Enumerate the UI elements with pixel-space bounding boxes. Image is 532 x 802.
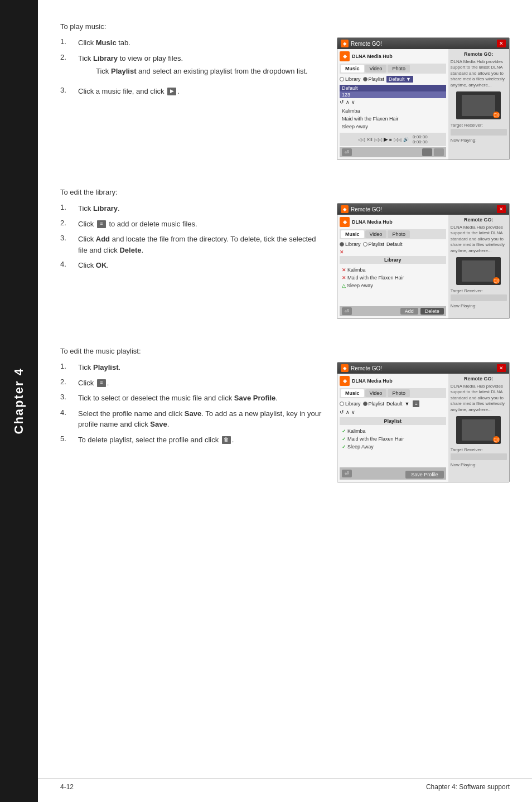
control-icons-3: ↺ ∧ ∨ — [340, 409, 446, 415]
chapter-label: Chapter 4 — [12, 368, 26, 434]
back-button-3[interactable]: ⏎ — [342, 470, 352, 477]
mockup2-bottom: ⏎ Add Delete — [340, 306, 446, 316]
mockup2-left: ◈ DLNA Media Hub Music Video Photo — [337, 215, 448, 318]
song-sleep[interactable]: Sleep Away — [340, 123, 446, 131]
close-button[interactable]: ✕ — [497, 40, 506, 47]
tab-music-3[interactable]: Music — [341, 389, 364, 397]
close-button-2[interactable]: ✕ — [497, 205, 506, 213]
song-maid-3[interactable]: ✓Maid with the Flaxen Hair — [340, 435, 446, 443]
song-sleep-2[interactable]: △Sleep Away — [340, 282, 446, 289]
dlna-label-2: DLNA Media Hub — [352, 219, 393, 225]
tv-image-3: )))) — [456, 416, 501, 444]
section3-title: To edit the music playlist: — [60, 347, 510, 355]
step3-3: 3. Tick to select or deselect the music … — [60, 393, 326, 404]
section3-list: 1. Tick Playlist. 2. Click ≡. 3. Tick to… — [60, 362, 326, 445]
tab-photo[interactable]: Photo — [388, 65, 410, 73]
down-icon[interactable]: ∨ — [351, 99, 355, 105]
playlist-radio-2[interactable]: Playlist — [363, 241, 385, 247]
section1-list: 1. Click Music tab. 2. Tick Library to v… — [60, 37, 326, 96]
playlist-heading: Playlist — [340, 417, 446, 425]
dlna-icon-3: ◈ — [340, 376, 350, 386]
main-content: To play music: 1. Click Music tab. 2. Ti… — [38, 0, 532, 802]
mockup1-bottom: ⏎ — [340, 147, 446, 157]
song-sleep-3[interactable]: ✓Sleep Away — [340, 443, 446, 451]
mockup2: ◈ Remote GO! ✕ ◈ DLNA Media Hub M — [337, 203, 510, 319]
wifi-indicator-2: )))) — [493, 277, 500, 284]
mockup2-songs: ✕Kalimba ✕Maid with the Flaxen Hair △Sle… — [340, 266, 446, 289]
now-playing-label: Now Playing: — [451, 138, 507, 143]
step3-2: 2. Click ≡. — [60, 378, 326, 389]
song-kalimba-3[interactable]: ✓Kalimba — [340, 427, 446, 435]
page-footer: 4-12 Chapter 4: Software support — [38, 778, 532, 791]
add-button[interactable]: Add — [400, 308, 418, 315]
edit-icon-3[interactable]: ≡ — [97, 379, 106, 387]
tv-screen-3 — [462, 419, 495, 441]
list-icon[interactable] — [434, 148, 444, 156]
grid-icon[interactable] — [422, 148, 432, 156]
dropdown-arrow-3[interactable]: ▼ — [405, 401, 410, 407]
tv-image: )))) — [456, 91, 501, 119]
library-radio-3[interactable]: Library — [340, 401, 361, 407]
playlist-radio-3[interactable]: Playlist — [363, 401, 385, 407]
receiver-box-3 — [451, 453, 507, 460]
edit-icon-2[interactable]: ≡ — [97, 220, 106, 228]
song-maid-2[interactable]: ✕Maid with the Flaxen Hair — [340, 274, 446, 282]
mockup3-left: ◈ DLNA Media Hub Music Video Photo — [337, 374, 448, 482]
section1-title: To play music: — [60, 22, 510, 31]
mockup3-titlebar: ◈ Remote GO! ✕ — [337, 363, 509, 374]
song-kalimba-2[interactable]: ✕Kalimba — [340, 266, 446, 274]
library-radio-dot — [340, 77, 344, 81]
tab-video-2[interactable]: Video — [365, 230, 387, 238]
chapter-footer-label: Chapter 4: Software support — [426, 783, 510, 791]
app-icon-2: ◈ — [341, 205, 349, 213]
playback-time: 0:00:000:00:00 — [413, 134, 428, 144]
song-kalimba[interactable]: Kalimba — [340, 107, 446, 115]
playlist-radio[interactable]: Playlist — [363, 76, 385, 82]
edit-playlist-icon[interactable]: ≡ — [413, 400, 419, 407]
app-icon-3: ◈ — [341, 364, 349, 372]
step2-3: 3. Click Add and locate the file from th… — [60, 234, 326, 255]
wifi-indicator-3: )))) — [493, 436, 500, 443]
mockup2-title: Remote GO! — [351, 206, 382, 212]
section-edit-playlist: To edit the music playlist: 1. Tick Play… — [60, 347, 510, 482]
mockup3: ◈ Remote GO! ✕ ◈ DLNA Media Hub M — [337, 362, 510, 482]
down-icon-3[interactable]: ∨ — [351, 409, 355, 415]
song-maid[interactable]: Maid with the Flaxen Hair — [340, 115, 446, 123]
up-icon[interactable]: ∧ — [346, 99, 350, 105]
save-profile-button[interactable]: Save Profile — [405, 471, 444, 479]
section2-screenshot: ◈ Remote GO! ✕ ◈ DLNA Media Hub M — [337, 203, 510, 319]
step3-5: 5. To delete playlist, select the profil… — [60, 434, 326, 446]
tab-music[interactable]: Music — [341, 65, 364, 73]
mockup2-tabs: Music Video Photo — [340, 229, 446, 239]
receiver-box — [451, 129, 507, 136]
library-radio-2[interactable]: Library — [340, 241, 361, 247]
tv-image-2: )))) — [456, 257, 501, 285]
library-radio[interactable]: Library — [340, 76, 361, 82]
back-button-2[interactable]: ⏎ — [342, 307, 352, 315]
play-button[interactable]: ▶ — [384, 137, 388, 142]
dlna-label: DLNA Media Hub — [352, 54, 393, 59]
tab-photo-2[interactable]: Photo — [388, 230, 410, 238]
tab-photo-3[interactable]: Photo — [388, 389, 410, 397]
mockup1-left: ◈ DLNA Media Hub Music Video Photo — [337, 49, 448, 160]
dlna-label-3: DLNA Media Hub — [352, 378, 393, 384]
dropdown-123[interactable]: 123 — [340, 91, 446, 98]
step3-4: 4. Select the profile name and click Sav… — [60, 408, 326, 430]
refresh-icon-3[interactable]: ↺ — [340, 409, 344, 415]
playlist-dropdown[interactable]: Default ▼ — [386, 76, 413, 83]
dropdown-default[interactable]: Default — [340, 85, 446, 91]
up-icon-3[interactable]: ∧ — [346, 409, 350, 415]
tab-video-3[interactable]: Video — [365, 389, 387, 397]
back-button[interactable]: ⏎ — [342, 148, 352, 156]
mockup1: ◈ Remote GO! ✕ ◈ DLNA Media Hub — [337, 37, 510, 160]
close-button-3[interactable]: ✕ — [497, 364, 506, 372]
playlist-radio-dot — [363, 77, 367, 81]
tab-music-2[interactable]: Music — [341, 230, 364, 238]
section3-content: 1. Tick Playlist. 2. Click ≡. 3. Tick to… — [60, 362, 510, 482]
refresh-icon[interactable]: ↺ — [340, 99, 344, 105]
dropdown-open: Default 123 — [340, 85, 446, 98]
trash-icon[interactable]: 🗑 — [222, 436, 231, 444]
delete-button[interactable]: Delete — [420, 308, 444, 315]
tab-video[interactable]: Video — [365, 65, 387, 73]
step2-1: 1. Tick Library. — [60, 203, 326, 214]
